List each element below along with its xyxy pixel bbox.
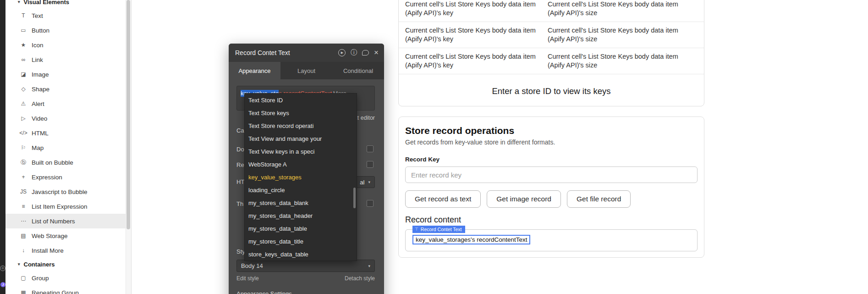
autocomplete-option[interactable]: my_stores_data_blank: [245, 196, 357, 209]
checkbox[interactable]: [367, 161, 374, 168]
image-icon: ◪: [19, 71, 27, 78]
sidebar-item[interactable]: + Expression: [5, 170, 126, 184]
edit-style-link[interactable]: Edit style: [236, 275, 259, 282]
section-label: Visual Elements: [24, 0, 69, 6]
sidebar-item[interactable]: ▷ Video: [5, 111, 126, 126]
sidebar-item-label: Link: [32, 56, 43, 63]
autocomplete-option[interactable]: Text Store record operati: [245, 119, 357, 132]
record-key-label: Record Key: [405, 156, 698, 163]
bubble-icon: ⓑ: [19, 159, 27, 166]
style-select-value: Body 14: [241, 262, 263, 269]
sidebar-item[interactable]: T Text: [5, 8, 126, 23]
js-icon: JS: [19, 189, 27, 195]
autocomplete-option[interactable]: Text View and manage your: [245, 132, 357, 145]
sidebar-item[interactable]: ∞ Link: [5, 52, 126, 67]
autocomplete-option[interactable]: Text View keys in a speci: [245, 145, 357, 158]
map-icon: ⚐: [19, 144, 27, 151]
key-cell-text: Current cell's List Store Keys body data…: [405, 52, 548, 70]
autocomplete-option[interactable]: Text Store ID: [245, 94, 357, 106]
tab-appearance[interactable]: Appearance: [229, 62, 280, 79]
store-key-row: Current cell's List Store Keys body data…: [399, 0, 704, 22]
sidebar-item-label: Text: [32, 12, 43, 19]
sidebar-scrollbar[interactable]: [126, 0, 131, 294]
record-content-box[interactable]: ⊤ Record Contet Text key_value_storages'…: [405, 229, 698, 251]
sidebar-item-label: Expression: [32, 174, 62, 181]
key-cell-text: Current cell's List Store Keys body data…: [405, 26, 548, 44]
sidebar-item[interactable]: ⋯ List of Numbers: [5, 214, 126, 228]
list-item-expression-icon: ≡: [19, 203, 27, 210]
comment-icon[interactable]: [362, 50, 369, 55]
size-cell-text: Current cell's List Store Keys body data…: [548, 26, 685, 44]
record-action-button[interactable]: Get record as text: [405, 190, 481, 208]
checkbox[interactable]: [367, 200, 374, 207]
property-editor-titlebar[interactable]: Record Contet Text ▶ ⓘ ×: [229, 44, 384, 62]
chevron-down-icon: ▾: [18, 262, 20, 266]
chevron-down-icon: ▾: [368, 264, 370, 268]
sidebar-item-label: Video: [32, 115, 47, 122]
autocomplete-option[interactable]: loading_circle: [245, 183, 357, 196]
detach-style-link[interactable]: Detach style: [345, 275, 375, 282]
store-keys-card: Current cell's List Store Keys body data…: [398, 0, 704, 106]
sidebar-item[interactable]: ⚠ Alert: [5, 96, 126, 111]
preview-icon[interactable]: ▶: [338, 49, 346, 56]
autocomplete-option[interactable]: key_value_storages: [245, 171, 357, 183]
sidebar-item-label: List Item Expression: [32, 203, 88, 210]
record-action-button[interactable]: Get image record: [487, 190, 561, 208]
user-avatar[interactable]: J: [0, 282, 5, 287]
autocomplete-option[interactable]: my_stores_data_title: [245, 235, 357, 248]
tab-conditional[interactable]: Conditional: [332, 62, 384, 79]
autocomplete-option[interactable]: my_stores_data_header: [245, 209, 357, 222]
store-key-row: Current cell's List Store Keys body data…: [399, 48, 704, 74]
autocomplete-option[interactable]: store_keys_data_table: [245, 248, 357, 261]
expression-icon: +: [19, 174, 27, 180]
sidebar-item[interactable]: ★ Icon: [5, 38, 126, 52]
field-label-fragment: Ca: [236, 127, 244, 134]
sidebar-item[interactable]: ⚐ Map: [5, 140, 126, 155]
sidebar-item-label: Alert: [32, 100, 44, 107]
sidebar-item[interactable]: ▦ Repeating Group: [5, 285, 126, 294]
html-icon: </>: [19, 130, 27, 136]
section-containers[interactable]: ▾ Containers: [5, 258, 126, 271]
sidebar-item-label: Repeating Group: [32, 289, 79, 294]
property-editor-tabs: Appearance Layout Conditional: [229, 62, 384, 79]
sidebar-item[interactable]: ◇ Shape: [5, 82, 126, 96]
accessibility-icon[interactable]: ☺: [0, 266, 5, 271]
autocomplete-option[interactable]: my_stores_data_table: [245, 222, 357, 235]
tab-layout[interactable]: Layout: [280, 62, 332, 79]
sidebar-scrollbar-thumb[interactable]: [126, 0, 130, 229]
card-subtitle: Get records from key-value store in diff…: [405, 139, 698, 146]
sidebar-item[interactable]: ◪ Image: [5, 67, 126, 82]
field-label-fragment: Do: [236, 146, 244, 153]
sidebar-item[interactable]: JS Javascript to Bubble: [5, 184, 126, 199]
sidebar-item[interactable]: ≡ List Item Expression: [5, 199, 126, 214]
selected-text-element[interactable]: key_value_storages's recordContentText: [412, 235, 530, 244]
sidebar-item[interactable]: ▤ Web Storage: [5, 228, 126, 243]
info-icon[interactable]: ⓘ: [351, 49, 357, 57]
section-visual-elements[interactable]: ▾ Visual Elements: [5, 0, 126, 8]
text-icon: T: [19, 12, 27, 19]
sidebar-item[interactable]: ▢ Group: [5, 271, 126, 285]
sidebar-item-label: Built on Bubble: [32, 159, 73, 166]
record-content-label: Record content: [405, 215, 698, 225]
appearance-settings-header: Appearance Settings: [236, 290, 292, 294]
sidebar-item[interactable]: ▭ Button: [5, 23, 126, 38]
store-keys-rows: Current cell's List Store Keys body data…: [399, 0, 704, 74]
sidebar-item-label: Group: [32, 275, 49, 282]
dropdown-scrollbar-thumb[interactable]: [353, 188, 356, 208]
sidebar-item[interactable]: ⓑ Built on Bubble: [5, 155, 126, 170]
style-select[interactable]: Body 14 ▾: [236, 260, 375, 272]
checkbox[interactable]: [367, 145, 374, 152]
selected-element-badge[interactable]: ⊤ Record Contet Text: [412, 226, 465, 233]
autocomplete-option[interactable]: Text Store keys: [245, 106, 357, 119]
record-key-input[interactable]: [405, 166, 698, 183]
sidebar-item[interactable]: ↓ Install More: [5, 243, 126, 258]
sidebar-item[interactable]: </> HTML: [5, 126, 126, 140]
text-editor-link-fragment[interactable]: xt editor: [355, 115, 375, 121]
record-action-button[interactable]: Get file record: [567, 190, 631, 208]
autocomplete-option[interactable]: WebStorage A: [245, 158, 357, 171]
field-label-fragment: Re: [236, 161, 244, 168]
close-icon[interactable]: ×: [374, 48, 379, 57]
key-cell-text: Current cell's List Store Keys body data…: [405, 0, 548, 17]
activity-bar: ☺ J: [0, 0, 5, 294]
icon-element-icon: ★: [19, 42, 27, 48]
